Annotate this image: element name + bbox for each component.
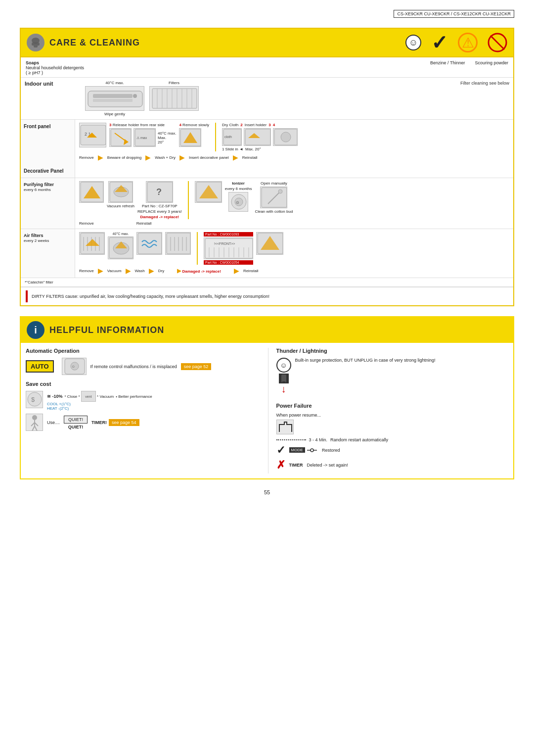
- fp-remove4-img: [179, 128, 201, 147]
- restored-label: Restored: [322, 448, 340, 453]
- prohibited-icon: [488, 33, 507, 52]
- pur-partno-img: ?: [146, 181, 173, 203]
- helpful-left: Automatic Operation AUTO ○ If remote con…: [26, 348, 258, 473]
- fp-step2-num: 2: [240, 123, 242, 127]
- fp-arrow2: ▶: [145, 153, 151, 161]
- pur-vacuum-step: Vacuum refresh: [107, 181, 134, 208]
- filters-label: Filters: [169, 81, 179, 85]
- down-arrow-icon: ↓: [281, 383, 286, 395]
- timer-label: TIMER!: [91, 420, 107, 425]
- af-act-dry: Dry: [158, 269, 164, 273]
- auto-note: If remote control malfunctions / is misp…: [90, 364, 177, 369]
- indoor-diagram: 40°C max. Wipe gently: [85, 81, 144, 116]
- fp-arrow3: ▶: [179, 153, 185, 161]
- svg-point-84: [32, 415, 37, 420]
- power-wave-row: [276, 420, 509, 434]
- af-damaged-note: ▶ Damaged -> replace!: [177, 268, 221, 274]
- pur-partno-step: ? Part No : CZ-SF70P REPLACE every 3 yea…: [137, 181, 182, 219]
- ok-label: Soaps: [26, 60, 39, 65]
- af-remove-img: [79, 232, 105, 255]
- pur-partno: Part No : CZ-SF70P: [142, 204, 178, 208]
- catechin-note: *"Catechin" filter: [25, 280, 53, 284]
- save-cost-details: ≅ -10% * Close * vent * Vacuum • Better …: [47, 391, 152, 411]
- power-failure-title: Power Failure: [276, 403, 509, 409]
- purifying-label: Purifying filter: [24, 182, 54, 187]
- fp-release2-img: ⚠ max: [134, 128, 156, 147]
- af-act-vacuum: Vacuum: [107, 269, 122, 273]
- dry-cloth: Dry Cloth: [222, 123, 238, 127]
- auto-badge: AUTO: [26, 360, 54, 373]
- decorative-panel-row: Decorative Panel: [21, 164, 513, 178]
- ok-sub: Neutral household detergents: [26, 65, 84, 70]
- filter-cleaning-note: Filter cleaning see below: [300, 81, 509, 86]
- helpful-title: HELPFUL INFORMATION: [49, 325, 164, 335]
- auto-op-title: Automatic Operation: [26, 348, 258, 354]
- svg-text:cloth: cloth: [224, 135, 232, 139]
- fp-reinstall-img: [273, 128, 298, 146]
- timer-row: TIMER! see page 54: [91, 419, 139, 426]
- pur-replace: REPLACE every 3 years!: [137, 209, 182, 214]
- mode-badge-label: MODE: [289, 447, 318, 453]
- dotted-line: [276, 439, 306, 440]
- pur-actions: Remove Reinstall: [79, 221, 509, 226]
- air-filters-freq: every 2 weeks: [24, 238, 49, 243]
- fp-arrow4: ▶: [233, 153, 238, 161]
- purifying-row: Purifying filter every 6 months: [21, 178, 513, 229]
- front-panel-section: Front panel 2 1: [21, 120, 513, 178]
- svg-rect-7: [93, 99, 133, 102]
- svg-line-86: [31, 423, 35, 426]
- open-manually-label: Open manually: [261, 181, 287, 186]
- ionizer-freq: every 6 months: [225, 187, 252, 191]
- svg-point-33: [281, 132, 291, 142]
- air-filters-label-col: Air filters every 2 weeks: [21, 229, 75, 278]
- thunder-section: Thunder / Lightning ☺: [276, 348, 509, 395]
- power-failure-section: Power Failure When power resume...: [276, 403, 509, 472]
- model-header: CS-XE9CKR CU-XE9CKR / CS-XE12CKR CU-XE12…: [394, 10, 514, 18]
- af-final-steps: [256, 232, 283, 255]
- af-arr2: ▶: [126, 267, 131, 275]
- purifying-label-col: Purifying filter every 6 months: [21, 178, 75, 229]
- thunder-note: Built-in surge protection, BUT UNPLUG in…: [295, 358, 436, 363]
- ionizer-img: ⊙: [228, 192, 248, 212]
- quiet-area: QUIET! QUIET!: [64, 416, 88, 429]
- auto-see-page: see page 52: [181, 363, 212, 370]
- dec-panel-label: Decorative Panel: [21, 164, 75, 178]
- no2-label: Scouring powder: [475, 60, 508, 65]
- check-mark: ✓: [276, 444, 285, 457]
- fp-action-insert: Insert decorative panel: [189, 155, 229, 160]
- indoor-unit-row: Indoor unit 40°C max. Wipe: [21, 78, 513, 120]
- restored-row: ✓ MODE Restored: [276, 444, 509, 457]
- fp-step4-r: 4: [273, 123, 275, 127]
- when-label: When power resume...: [276, 413, 509, 418]
- thunder-row: ☺ ↓ Built-in surge protection, BUT UNPLU…: [276, 358, 509, 395]
- af-filter-img: !<<FRONT>>: [204, 237, 253, 259]
- helpful-right: Thunder / Lightning ☺: [268, 348, 509, 473]
- front-panel-steps: 2 1 3 Release holder from rear side: [79, 123, 509, 151]
- fp-actions: Remove ▶ Beware of dropping ▶ Wash + Dry…: [79, 153, 509, 161]
- pur-reinstall-img: [195, 181, 222, 203]
- pur-damaged: Damaged -> replace!: [140, 215, 179, 219]
- fp-slide-row: 1 Slide in ◄ Max. 20°: [222, 147, 261, 151]
- af-wash-step: [136, 232, 162, 255]
- front-panel-row: Front panel 2 1: [21, 120, 513, 164]
- front-panel-content: 2 1 3 Release holder from rear side: [75, 120, 513, 164]
- svg-line-87: [35, 423, 38, 426]
- pur-act-reinstall: Reinstall: [136, 221, 152, 226]
- pur-divider: [188, 181, 189, 219]
- filters-img: [149, 86, 199, 111]
- fp-drycloth-img: cloth: [222, 128, 242, 146]
- fp-slide-in: 1 Slide in ◄: [222, 147, 243, 151]
- indoor-label: Indoor unit: [25, 81, 79, 87]
- quiet-btn[interactable]: QUIET!: [64, 416, 88, 424]
- page-number: 55: [20, 489, 514, 495]
- fp-max-note: Max. 20°: [245, 147, 261, 151]
- person-icon: [26, 414, 43, 431]
- purifying-steps-row: Vacuum refresh ? Part No : CZ-SF70P REPL…: [79, 181, 509, 219]
- no1-label: Benzine / Thinner: [430, 60, 465, 65]
- clean-note: Clean with cotton bud: [255, 209, 293, 214]
- pur-remove-img: [79, 181, 104, 203]
- svg-rect-90: [281, 375, 286, 382]
- min-label: 3 - 4 Min.: [309, 437, 328, 442]
- quiet-label: QUIET!: [68, 425, 84, 429]
- af-remove-step: [79, 232, 105, 255]
